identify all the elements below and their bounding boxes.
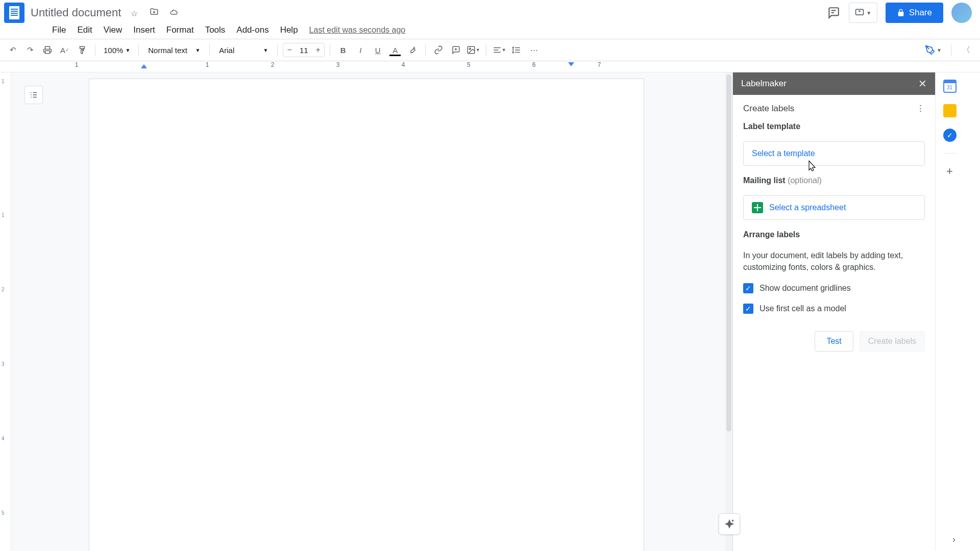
- toolbar: ↶ ↷ A✓ 100% ▼ Normal text▼ Arial▼ − 11 +…: [0, 39, 980, 61]
- vertical-ruler[interactable]: 1 1 2 3 4 5: [0, 72, 11, 551]
- get-addons-icon[interactable]: +: [946, 165, 953, 178]
- tasks-icon[interactable]: [943, 129, 957, 142]
- share-button[interactable]: Share: [886, 3, 943, 23]
- checkbox-icon: ✓: [743, 283, 753, 293]
- add-comment-icon[interactable]: [448, 42, 463, 58]
- keep-icon[interactable]: [943, 104, 957, 117]
- docs-logo-icon[interactable]: [4, 3, 24, 23]
- document-title[interactable]: Untitled document: [31, 6, 121, 19]
- insert-link-icon[interactable]: [431, 42, 446, 58]
- star-icon[interactable]: ☆: [127, 7, 141, 21]
- text-color-button[interactable]: A: [387, 42, 403, 58]
- spellcheck-icon[interactable]: A✓: [57, 42, 72, 58]
- arrange-description: In your document, edit labels by adding …: [743, 249, 925, 273]
- svg-point-3: [469, 48, 471, 49]
- checkbox-gridlines[interactable]: ✓ Show document gridlines: [743, 283, 925, 293]
- account-avatar[interactable]: [951, 3, 972, 23]
- menu-view[interactable]: View: [99, 23, 128, 37]
- share-label: Share: [909, 8, 932, 18]
- document-canvas: [11, 72, 732, 551]
- print-icon[interactable]: [40, 42, 55, 58]
- section-label-template: Label template: [743, 122, 925, 131]
- section-label-mailing: Mailing list (optional): [743, 176, 925, 185]
- underline-button[interactable]: U: [370, 42, 385, 58]
- menu-help[interactable]: Help: [275, 23, 303, 37]
- explore-fab[interactable]: [719, 513, 740, 535]
- redo-icon[interactable]: ↷: [22, 42, 38, 58]
- more-toolbar-icon[interactable]: ⋯: [526, 42, 542, 58]
- left-indent-marker[interactable]: [141, 64, 147, 68]
- test-button[interactable]: Test: [815, 331, 853, 352]
- zoom-dropdown[interactable]: 100% ▼: [101, 46, 133, 55]
- font-size-value[interactable]: 11: [296, 46, 312, 55]
- title-icons: ☆: [127, 5, 184, 21]
- menu-insert[interactable]: Insert: [128, 23, 160, 37]
- move-icon[interactable]: [147, 5, 161, 19]
- addon-sidepanel: Labelmaker ✕ Create labels ⋮ Label templ…: [732, 72, 935, 551]
- menu-bar: File Edit View Insert Format Tools Add-o…: [0, 21, 980, 39]
- paragraph-style-dropdown[interactable]: Normal text▼: [144, 46, 204, 55]
- menu-tools[interactable]: Tools: [200, 23, 231, 37]
- select-template-button[interactable]: Select a template: [743, 141, 925, 166]
- font-size-stepper[interactable]: − 11 +: [283, 43, 325, 57]
- editing-mode-dropdown[interactable]: ▼: [922, 45, 945, 55]
- undo-icon[interactable]: ↶: [5, 42, 20, 58]
- checkbox-first-cell[interactable]: ✓ Use first cell as a model: [743, 304, 925, 314]
- sidepanel-title: Labelmaker: [741, 79, 787, 89]
- align-dropdown[interactable]: ▼: [492, 42, 507, 58]
- right-rail: + ›: [935, 72, 964, 551]
- sheets-icon: [752, 202, 763, 213]
- sidepanel-header: Labelmaker ✕: [733, 72, 935, 95]
- bold-button[interactable]: B: [335, 42, 351, 58]
- close-icon[interactable]: ✕: [918, 78, 927, 90]
- checkbox-icon: ✓: [743, 304, 753, 314]
- select-spreadsheet-button[interactable]: Select a spreadsheet: [743, 195, 925, 220]
- svg-rect-1: [45, 51, 50, 54]
- font-size-minus[interactable]: −: [283, 45, 296, 55]
- highlight-button[interactable]: [405, 42, 420, 58]
- last-edit-status[interactable]: Last edit was seconds ago: [309, 26, 406, 35]
- title-bar: Untitled document ☆ ▼ Share: [0, 0, 980, 21]
- present-button[interactable]: ▼: [849, 3, 877, 23]
- sidepanel-heading: Create labels: [743, 104, 794, 114]
- vertical-scrollbar[interactable]: [725, 72, 732, 551]
- font-size-plus[interactable]: +: [312, 45, 324, 55]
- insert-image-icon[interactable]: ▼: [465, 42, 481, 58]
- create-labels-button: Create labels: [860, 331, 925, 352]
- menu-format[interactable]: Format: [161, 23, 199, 37]
- horizontal-ruler[interactable]: 1 1 2 3 4 5 6 7: [0, 61, 980, 72]
- rail-separator: [943, 153, 957, 154]
- menu-edit[interactable]: Edit: [72, 23, 97, 37]
- svg-rect-0: [856, 9, 864, 15]
- collapse-sidebar-icon[interactable]: 〈: [958, 41, 975, 59]
- line-spacing-icon[interactable]: [509, 42, 524, 58]
- comment-history-icon[interactable]: [826, 6, 841, 20]
- sidepanel-menu-icon[interactable]: ⋮: [916, 103, 925, 114]
- italic-button[interactable]: I: [353, 42, 368, 58]
- outline-toggle-icon[interactable]: [24, 86, 43, 104]
- menu-addons[interactable]: Add-ons: [231, 23, 274, 37]
- paint-format-icon[interactable]: [75, 42, 90, 58]
- collapse-rail-icon[interactable]: ›: [952, 534, 955, 545]
- document-page[interactable]: [89, 79, 644, 551]
- cloud-status-icon[interactable]: [166, 5, 181, 19]
- calendar-icon[interactable]: [943, 80, 957, 93]
- font-dropdown[interactable]: Arial▼: [215, 46, 272, 55]
- menu-file[interactable]: File: [47, 23, 71, 37]
- right-indent-marker[interactable]: [568, 62, 574, 66]
- section-label-arrange: Arrange labels: [743, 230, 925, 239]
